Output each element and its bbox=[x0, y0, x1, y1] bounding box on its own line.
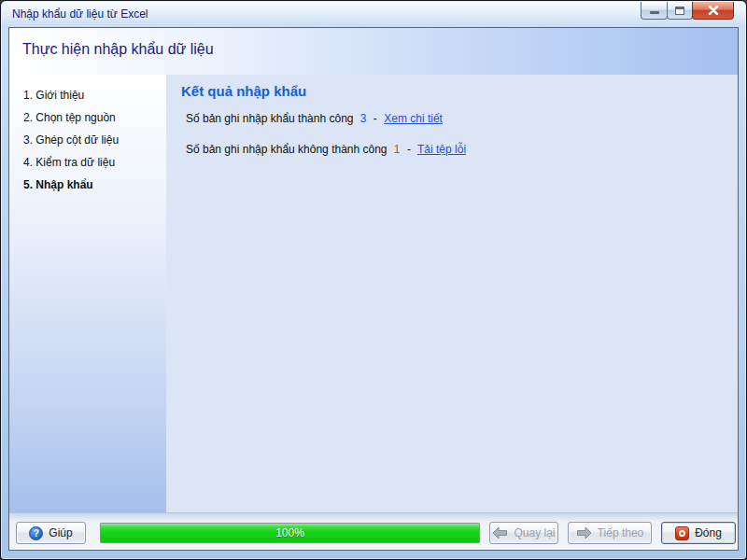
help-button-label: Giúp bbox=[49, 526, 72, 539]
close-icon bbox=[708, 6, 719, 15]
view-details-link[interactable]: Xem chi tiết bbox=[384, 112, 443, 125]
download-error-file-link[interactable]: Tải tệp lỗi bbox=[417, 143, 466, 156]
titlebar: Nhập khẩu dữ liệu từ Excel bbox=[2, 2, 745, 27]
step-item-ghep-cot-du-lieu: 3. Ghép cột dữ liệu bbox=[9, 129, 166, 151]
success-result-line: Số bản ghi nhập khẩu thành công 3 - Xem … bbox=[186, 112, 443, 125]
dialog-client-area: Thực hiện nhập khẩu dữ liệu 1. Giới thiệ… bbox=[8, 27, 739, 551]
failure-label: Số bản ghi nhập khẩu không thành công bbox=[186, 143, 388, 156]
result-heading: Kết quả nhập khẩu bbox=[181, 83, 306, 99]
maximize-button[interactable] bbox=[667, 2, 693, 20]
next-button[interactable]: Tiếp theo bbox=[568, 522, 652, 544]
footer-bar: ? Giúp 100% Quay lại bbox=[9, 512, 738, 550]
help-icon: ? bbox=[29, 526, 43, 540]
help-button[interactable]: ? Giúp bbox=[16, 522, 86, 544]
step-item-chon-tep-nguon: 2. Chọn tệp nguồn bbox=[9, 106, 166, 129]
wizard-steps-sidebar: 1. Giới thiệu 2. Chọn tệp nguồn 3. Ghép … bbox=[9, 75, 166, 512]
minimize-button[interactable] bbox=[641, 2, 668, 20]
close-window-button[interactable] bbox=[692, 2, 734, 20]
next-button-label: Tiếp theo bbox=[598, 526, 644, 539]
success-separator: - bbox=[374, 112, 377, 125]
close-dialog-button[interactable]: Đóng bbox=[661, 522, 736, 544]
wizard-window: Nhập khẩu dữ liệu từ Excel Thực hiện nhậ… bbox=[0, 0, 747, 560]
window-controls bbox=[641, 2, 734, 20]
close-power-icon bbox=[675, 526, 689, 540]
failure-result-line: Số bản ghi nhập khẩu không thành công 1 … bbox=[186, 143, 466, 156]
window-title: Nhập khẩu dữ liệu từ Excel bbox=[12, 2, 148, 26]
back-button-label: Quay lại bbox=[514, 526, 555, 539]
minimize-icon bbox=[650, 11, 659, 14]
step-item-gioi-thieu: 1. Giới thiệu bbox=[9, 84, 166, 106]
close-button-label: Đóng bbox=[695, 526, 722, 539]
success-label: Số bản ghi nhập khẩu thành công bbox=[186, 112, 353, 125]
progress-bar: 100% bbox=[100, 523, 480, 543]
failure-count: 1 bbox=[394, 143, 401, 156]
success-count: 3 bbox=[360, 112, 367, 125]
maximize-icon bbox=[675, 7, 684, 15]
failure-separator: - bbox=[407, 143, 411, 156]
wizard-header: Thực hiện nhập khẩu dữ liệu bbox=[9, 28, 738, 75]
wizard-body: 1. Giới thiệu 2. Chọn tệp nguồn 3. Ghép … bbox=[9, 75, 738, 512]
progress-fill: 100% bbox=[101, 524, 479, 542]
page-title: Thực hiện nhập khẩu dữ liệu bbox=[22, 41, 214, 58]
step-item-nhap-khau-active: 5. Nhập khẩu bbox=[9, 174, 166, 196]
arrow-right-icon bbox=[576, 526, 592, 539]
back-button[interactable]: Quay lại bbox=[489, 522, 558, 544]
arrow-left-icon bbox=[492, 526, 508, 539]
step-item-kiem-tra-du-lieu: 4. Kiểm tra dữ liệu bbox=[9, 151, 166, 174]
content-panel: Kết quả nhập khẩu Số bản ghi nhập khẩu t… bbox=[166, 75, 738, 512]
progress-percent-text: 100% bbox=[275, 526, 304, 539]
